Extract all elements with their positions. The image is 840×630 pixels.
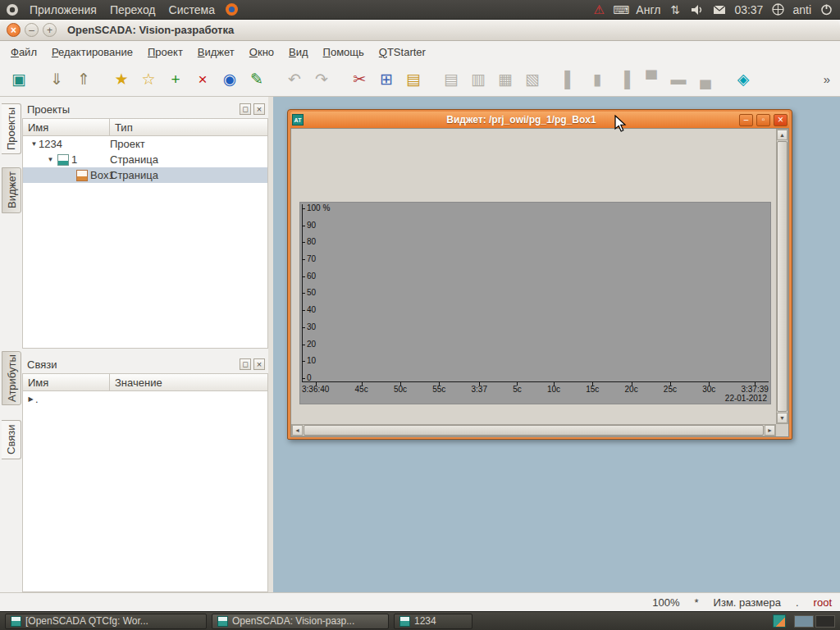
align-vcenter-icon[interactable]: ▬ (666, 67, 691, 92)
toolbar-overflow-button[interactable]: » (820, 72, 833, 86)
workspace-1[interactable] (794, 615, 814, 628)
widget-down-icon[interactable]: ▧ (520, 67, 545, 92)
side-tab-widget[interactable]: Виджет (2, 167, 21, 213)
distro-logo-icon[interactable] (5, 2, 20, 17)
delete-item-icon[interactable]: × (190, 67, 215, 92)
horizontal-scroll-thumb[interactable] (304, 425, 764, 436)
side-tab-projects[interactable]: Проекты (2, 103, 21, 154)
links-row-root[interactable]: . (23, 391, 267, 407)
child-minimize-button[interactable] (739, 114, 753, 126)
tree-row-page-box1[interactable]: Box1 Страница (23, 167, 267, 183)
x-tick-label: 5c (513, 386, 522, 394)
vision-run-icon[interactable]: ▣ (7, 67, 31, 92)
redo-icon[interactable]: ↷ (309, 67, 334, 92)
widget-window-titlebar[interactable]: AT Виджет: /prj_owi/pg_1/pg_Box1 (290, 112, 789, 128)
firefox-icon[interactable] (225, 2, 240, 17)
copy-icon[interactable]: ⊞ (374, 67, 399, 92)
align-bottom-icon[interactable]: ▄ (693, 67, 718, 92)
panel-menu-item[interactable]: Система (162, 2, 221, 18)
vertical-scroll-thumb[interactable] (777, 141, 788, 412)
widget-up-icon[interactable]: ▦ (493, 67, 518, 92)
cut-icon[interactable]: ✂ (347, 67, 372, 92)
taskbar-item-1234[interactable]: 1234 (394, 614, 472, 629)
taskbar-item-vision[interactable]: OpenSCADA: Vision-разр... (212, 614, 389, 629)
keyboard-icon[interactable]: ⌨ (614, 2, 628, 17)
dock-float-button[interactable] (240, 103, 251, 115)
window-minimize-button[interactable] (25, 23, 39, 37)
trend-diagram-widget[interactable]: 100 %9080706050403020100 3:36:4045c50c55… (299, 202, 771, 404)
window-maximize-button[interactable] (43, 23, 57, 37)
menu-item[interactable]: Помощь (316, 43, 372, 62)
expander-icon[interactable] (26, 395, 35, 403)
db-load-icon[interactable]: ⇓ (44, 67, 69, 92)
align-left-icon[interactable]: ▌ (558, 67, 582, 92)
new-project-icon[interactable]: ★ (109, 67, 134, 92)
scroll-left-icon[interactable]: ◄ (292, 425, 303, 436)
undo-icon[interactable]: ↶ (282, 67, 307, 92)
tree-row-page-1[interactable]: 1 Страница (23, 152, 267, 167)
widget-raise-icon[interactable]: ▤ (439, 67, 463, 92)
align-top-icon[interactable]: ▀ (639, 67, 664, 92)
dev-run-mode-icon[interactable]: ◈ (731, 67, 756, 92)
network-icon[interactable] (770, 2, 785, 17)
projects-dock-titlebar[interactable]: Проекты (22, 100, 268, 118)
menu-item[interactable]: Редактирование (44, 43, 140, 62)
dock-close-button[interactable] (253, 103, 265, 115)
updown-arrows-icon[interactable]: ⇅ (668, 2, 682, 17)
panel-menu-item[interactable]: Переход (103, 2, 162, 18)
keyboard-layout-label[interactable]: Англ (636, 3, 660, 16)
child-restore-button[interactable] (756, 114, 770, 126)
volume-icon[interactable] (690, 2, 705, 17)
power-icon[interactable] (819, 2, 833, 17)
align-right-icon[interactable]: ▐ (612, 67, 637, 92)
column-header-name[interactable]: Имя (23, 374, 110, 390)
menu-item[interactable]: QTStarter (372, 43, 433, 62)
column-header-type[interactable]: Тип (110, 119, 267, 135)
column-header-value[interactable]: Значение (110, 374, 267, 390)
menu-item[interactable]: Окно (242, 43, 281, 62)
scroll-up-icon[interactable]: ▲ (777, 130, 788, 140)
app-titlebar[interactable]: OpenSCADA: Vision-разработка (0, 20, 840, 41)
status-scale: 100% (652, 596, 679, 609)
expander-icon[interactable] (30, 140, 39, 148)
workspace-2[interactable] (815, 615, 835, 628)
openscada-tray-icon[interactable] (773, 614, 786, 628)
menu-item[interactable]: Файл (3, 43, 44, 62)
tree-row-project-1234[interactable]: 1234 Проект (23, 136, 267, 152)
paste-icon[interactable]: ▤ (401, 67, 426, 92)
scroll-right-icon[interactable]: ► (765, 425, 775, 436)
panel-menu-item[interactable]: Приложения (23, 2, 103, 18)
db-save-icon[interactable]: ⇑ (71, 67, 96, 92)
taskbar-item-qtcfg[interactable]: [OpenSCADA QTCfg: Wor... (5, 614, 207, 629)
side-tab-links[interactable]: Связи (2, 420, 21, 459)
child-close-button[interactable] (774, 114, 788, 126)
y-tick-label: 80 (303, 238, 340, 246)
links-dock-titlebar[interactable]: Связи (22, 355, 268, 373)
edit-item-icon[interactable]: ✎ (244, 67, 269, 92)
new-widget-lib-icon[interactable]: ☆ (136, 67, 161, 92)
session-user-label[interactable]: anti (792, 3, 811, 16)
item-properties-icon[interactable]: ◉ (217, 67, 242, 92)
widget-lower-icon[interactable]: ▥ (466, 67, 491, 92)
y-tick-label: 60 (303, 272, 340, 281)
vertical-scrollbar[interactable]: ▲ ▼ (776, 129, 788, 424)
warning-indicator-icon[interactable]: ⚠ (591, 2, 606, 17)
menu-item[interactable]: Вид (281, 43, 316, 62)
side-tab-attributes[interactable]: Атрибуты (2, 351, 21, 405)
mdi-area[interactable]: AT Виджет: /prj_owi/pg_1/pg_Box1 100 %90… (273, 97, 840, 592)
menu-item[interactable]: Проект (140, 43, 190, 62)
expander-icon[interactable] (46, 156, 55, 163)
dock-splitter[interactable] (22, 349, 268, 355)
column-header-name[interactable]: Имя (23, 119, 110, 135)
scroll-down-icon[interactable]: ▼ (777, 413, 788, 423)
horizontal-scrollbar[interactable]: ◄ ► (291, 424, 776, 436)
add-item-icon[interactable]: + (163, 67, 188, 92)
mail-icon[interactable] (712, 2, 727, 17)
dock-float-button[interactable] (240, 358, 251, 370)
clock-label[interactable]: 03:37 (734, 3, 763, 16)
align-hcenter-icon[interactable]: ▮ (585, 67, 609, 92)
page-edit-canvas[interactable]: 100 %9080706050403020100 3:36:4045c50c55… (291, 129, 776, 424)
window-close-button[interactable] (7, 23, 21, 37)
menu-item[interactable]: Виджет (190, 43, 242, 62)
dock-close-button[interactable] (253, 358, 265, 370)
